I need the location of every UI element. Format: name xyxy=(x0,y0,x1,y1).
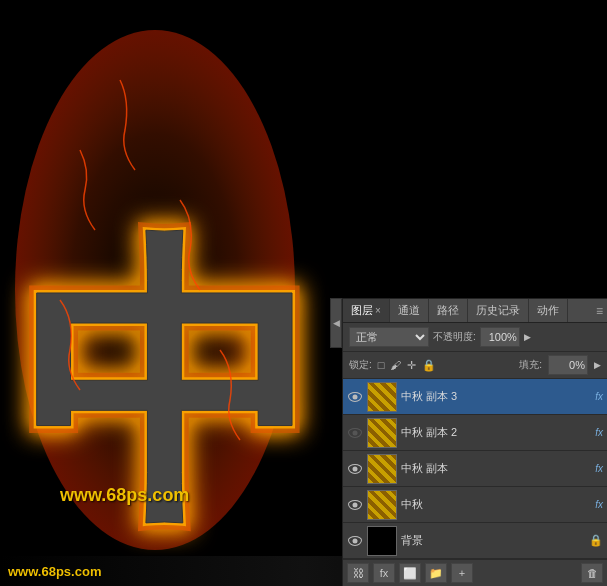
fill-input[interactable] xyxy=(548,355,588,375)
layer-visibility-toggle[interactable] xyxy=(347,425,363,441)
layer-visibility-toggle[interactable] xyxy=(347,533,363,549)
layer-item[interactable]: 中秋 副本 fx xyxy=(343,451,607,487)
watermark: www.68ps.com xyxy=(60,485,189,506)
lock-all-icon[interactable]: 🔒 xyxy=(422,359,436,372)
layer-fx-badge: fx xyxy=(595,499,603,510)
layer-visibility-toggle[interactable] xyxy=(347,461,363,477)
layer-fx-badge: fx xyxy=(595,463,603,474)
layer-lock-icon: 🔒 xyxy=(589,534,603,547)
panel-collapse-handle[interactable]: ◀ xyxy=(330,298,342,348)
eye-icon xyxy=(348,536,362,546)
layer-thumbnail xyxy=(367,454,397,484)
layers-panel: 图层 × 通道 路径 历史记录 动作 ≡ 正常 不透明度: ▶ 锁定: □ 🖌 … xyxy=(342,298,607,586)
layer-thumbnail xyxy=(367,418,397,448)
opacity-label: 不透明度: xyxy=(433,330,476,344)
layer-fx-badge: fx xyxy=(595,391,603,402)
tab-paths[interactable]: 路径 xyxy=(429,299,468,322)
lock-brush-icon[interactable]: 🖌 xyxy=(390,359,401,371)
create-group-button[interactable]: 📁 xyxy=(425,563,447,583)
layer-item[interactable]: 中秋 副本 3 fx xyxy=(343,379,607,415)
add-layer-style-button[interactable]: fx xyxy=(373,563,395,583)
fill-label: 填充: xyxy=(519,358,542,372)
blend-mode-select[interactable]: 正常 xyxy=(349,327,429,347)
layer-thumbnail xyxy=(367,526,397,556)
eye-icon xyxy=(348,392,362,402)
tab-actions[interactable]: 动作 xyxy=(529,299,568,322)
layer-item[interactable]: 背景 🔒 xyxy=(343,523,607,559)
lock-label: 锁定: xyxy=(349,358,372,372)
layer-item[interactable]: 中秋 fx xyxy=(343,487,607,523)
tab-layers[interactable]: 图层 × xyxy=(343,299,390,322)
layer-list: 中秋 副本 3 fx 中秋 副本 2 fx 中秋 副本 fx xyxy=(343,379,607,559)
fill-arrow-icon[interactable]: ▶ xyxy=(594,360,601,370)
lock-box-icon[interactable]: □ xyxy=(378,359,385,371)
layer-name: 中秋 xyxy=(401,497,591,512)
add-mask-button[interactable]: ⬜ xyxy=(399,563,421,583)
lock-move-icon[interactable]: ✛ xyxy=(407,359,416,372)
panel-toolbar: ⛓ fx ⬜ 📁 + 🗑 xyxy=(343,559,607,586)
link-layers-button[interactable]: ⛓ xyxy=(347,563,369,583)
tab-history[interactable]: 历史记录 xyxy=(468,299,529,322)
eye-icon xyxy=(348,500,362,510)
layer-name: 中秋 副本 xyxy=(401,461,591,476)
opacity-input[interactable] xyxy=(480,327,520,347)
panel-tabs: 图层 × 通道 路径 历史记录 动作 ≡ xyxy=(343,299,607,323)
tab-close-icon[interactable]: × xyxy=(375,305,381,316)
panel-close-button[interactable]: ≡ xyxy=(596,304,603,318)
create-layer-button[interactable]: + xyxy=(451,563,473,583)
layer-item[interactable]: 中秋 副本 2 fx xyxy=(343,415,607,451)
eye-icon xyxy=(348,428,362,438)
opacity-arrow-icon[interactable]: ▶ xyxy=(524,332,531,342)
layer-visibility-toggle[interactable] xyxy=(347,497,363,513)
lock-fill-row: 锁定: □ 🖌 ✛ 🔒 填充: ▶ xyxy=(343,352,607,379)
bottom-watermark: www.68ps.com xyxy=(8,564,101,579)
layer-fx-badge: fx xyxy=(595,427,603,438)
layer-name: 中秋 副本 2 xyxy=(401,425,591,440)
layer-name: 背景 xyxy=(401,533,585,548)
layer-thumbnail xyxy=(367,490,397,520)
layer-thumbnail xyxy=(367,382,397,412)
delete-layer-button[interactable]: 🗑 xyxy=(581,563,603,583)
layer-visibility-toggle[interactable] xyxy=(347,389,363,405)
layer-name: 中秋 副本 3 xyxy=(401,389,591,404)
layer-controls-row: 正常 不透明度: ▶ xyxy=(343,323,607,352)
tab-channels[interactable]: 通道 xyxy=(390,299,429,322)
eye-icon xyxy=(348,464,362,474)
